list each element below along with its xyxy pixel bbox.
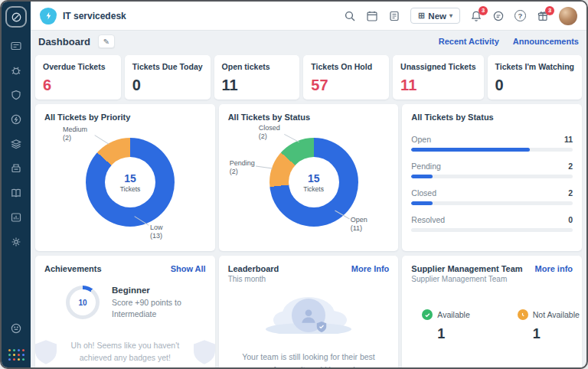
app-window: IT servicedesk ⊞ New ▾ 3 [0,0,588,369]
page-title: Dashboard [38,36,90,47]
tasks-icon[interactable] [388,10,400,22]
help-widget-icon[interactable] [10,322,22,335]
donut-label-low: Low (13) [150,224,163,241]
help-icon[interactable]: ? [514,10,527,22]
status-donut-chart[interactable]: 15 Tickets [270,138,358,227]
chart-tickets-by-priority[interactable]: All Tickets by Priority 15 Tickets Mediu… [35,104,215,251]
stat-card-open[interactable]: Open tickets 11 [214,55,300,100]
badge-shield-icon [194,338,215,366]
donut-label-pending: Pending (2) [230,159,255,177]
no-badges-text: Uh oh! Seems like you haven't achieved a… [64,340,186,364]
donut-label-closed: Closed (2) [259,124,280,142]
achievement-score-text: Score +90 points to Intermediate [112,297,204,319]
user-avatar[interactable] [559,7,577,25]
achievements-title: Achievements [44,264,102,273]
stat-value: 0 [132,77,203,94]
sidebar-item-changes[interactable] [10,113,22,126]
available-check-icon [422,309,433,320]
calendar-icon[interactable] [366,10,378,22]
leaderboard-illustration [219,286,399,343]
new-button[interactable]: ⊞ New ▾ [410,8,460,24]
supplier-title: Supplier Management Team [411,264,522,273]
sidebar-item-assets[interactable] [10,138,22,150]
chevron-down-icon: ▾ [449,12,452,19]
stat-card-unassigned[interactable]: Unassigned Tickets 11 [393,55,483,100]
sidebar-item-solutions[interactable] [10,187,22,199]
sidebar-item-analytics[interactable] [10,211,22,224]
stat-cards-row: Overdue Tickets 6 Tickets Due Today 0 Op… [31,52,586,104]
new-button-label: New [428,11,446,21]
stat-card-watching[interactable]: Tickets I'm Watching 0 [488,55,582,100]
leaderboard-title: Leaderboard [228,264,279,273]
bar-row-resolved: Resolved0 [411,215,573,232]
stat-card-due-today[interactable]: Tickets Due Today 0 [125,55,211,100]
recent-activity-link[interactable]: Recent Activity [439,37,499,46]
leaderboard-panel[interactable]: Leaderboard More Info This month Your te… [219,256,399,369]
stat-value: 11 [400,77,475,94]
whats-new-gift-icon[interactable]: 3 [537,10,549,22]
feedback-icon[interactable] [492,10,505,22]
product-name: IT servicedesk [63,11,126,21]
achievements-panel[interactable]: Achievements Show All 10 Beginner Score … [35,256,215,369]
achievement-progress-ring: 10 [66,286,100,319]
sidebar-item-purchase[interactable] [10,162,22,175]
more-info-link[interactable]: More info [535,264,573,273]
donut-label-medium: Medium (2) [63,126,87,143]
freshservice-logo-icon[interactable] [5,6,27,28]
search-icon[interactable] [344,10,356,22]
shield-check-icon [316,322,327,332]
bar-row-pending: Pending2 [411,162,573,178]
stat-value: 57 [311,77,381,94]
available-stat: Available 1 [422,309,469,342]
more-info-link[interactable]: More Info [351,264,390,273]
bottom-row: Achievements Show All 10 Beginner Score … [31,251,586,367]
stat-value: 6 [43,77,113,94]
stat-card-overdue[interactable]: Overdue Tickets 6 [35,55,121,100]
whats-new-badge: 3 [545,6,554,15]
top-bar: IT servicedesk ⊞ New ▾ 3 [31,2,586,31]
product-logo-icon [40,8,57,24]
badge-shield-icon [35,338,57,366]
sidebar-item-dashboard[interactable] [10,40,22,52]
not-available-clock-icon [518,309,528,320]
sidebar-item-problems[interactable] [10,89,22,101]
notifications-bell-icon[interactable]: 3 [470,10,482,22]
plus-icon: ⊞ [418,11,425,21]
supplier-team-panel[interactable]: Supplier Management Team More info Suppl… [402,256,582,369]
dashboard-header-bar: Dashboard ✎ Recent Activity Announcement… [31,31,586,52]
stat-value: 0 [495,77,574,94]
not-available-stat: Not Available 1 [518,309,580,342]
chart-tickets-by-status-donut[interactable]: All Tickets by Status 15 Tickets Closed … [219,104,399,251]
bar-row-open: Open11 [411,135,573,152]
achievement-level: Beginner [112,286,204,295]
stat-card-on-hold[interactable]: Tickets On Hold 57 [303,55,389,100]
stat-value: 11 [222,77,292,94]
announcements-link[interactable]: Announcements [513,37,579,46]
pencil-icon: ✎ [103,38,109,46]
donut-label-open: Open (11) [351,216,368,233]
sidebar-nav [2,2,31,367]
main-area: IT servicedesk ⊞ New ▾ 3 [31,2,586,367]
app-switcher-icon[interactable] [8,348,25,361]
chart-tickets-by-status-bars[interactable]: All Tickets by Status Open11 Pending2 Cl… [402,104,582,251]
bar-row-closed: Closed2 [411,188,573,205]
sidebar-item-admin[interactable] [10,236,22,248]
priority-donut-chart[interactable]: 15 Tickets [86,138,175,227]
leaderboard-empty-text: Your team is still looking for their bes… [219,351,399,369]
charts-row: All Tickets by Priority 15 Tickets Mediu… [31,104,586,251]
sidebar-item-tickets[interactable] [10,64,22,77]
edit-dashboard-button[interactable]: ✎ [98,34,115,48]
notifications-badge: 3 [479,6,488,15]
leaderboard-period: This month [219,273,399,283]
supplier-subtitle: Supplier Management Team [402,273,582,283]
show-all-link[interactable]: Show All [171,264,206,273]
